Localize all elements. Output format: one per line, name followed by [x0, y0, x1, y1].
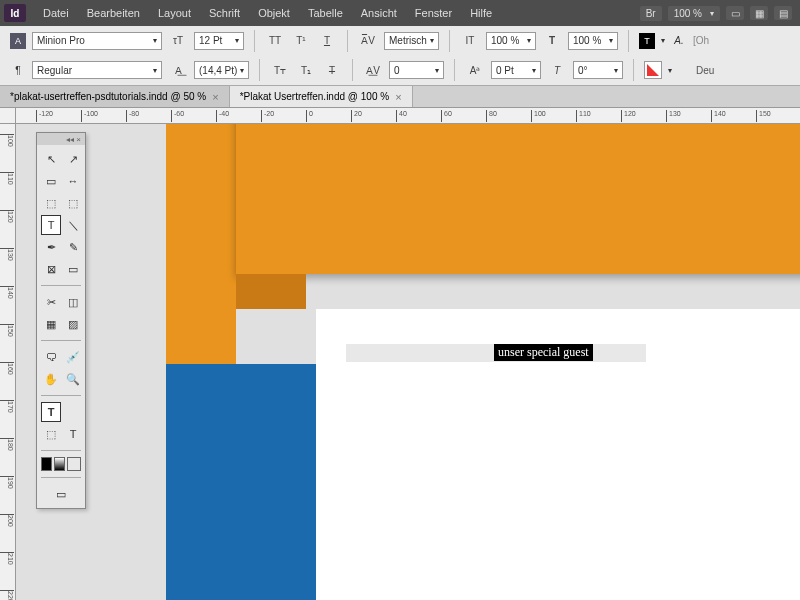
direct-selection-tool[interactable]: ↗: [63, 149, 83, 169]
tab-label: *Plakat Usertreffen.indd @ 100 %: [240, 91, 390, 102]
pasteboard: 201 unser special guest: [126, 124, 800, 600]
fill-stroke-toggle[interactable]: T: [41, 402, 61, 422]
para-format-icon[interactable]: ¶: [10, 62, 26, 78]
baseline-icon: Aᵃ: [465, 61, 485, 79]
tools-panel: ◂◂ × ↖ ↗ ▭ ↔ ⬚ ⬚ T ＼ ✒ ✎ ⊠ ▭ ✂ ◫ ▦ ▨ 🗨 💉…: [36, 132, 86, 509]
tab-label: *plakat-usertreffen-psdtutorials.indd @ …: [10, 91, 206, 102]
horizontal-ruler[interactable]: -120-100-80-60-40-2002040608010011012013…: [16, 108, 800, 124]
rectangle-frame-tool[interactable]: ⊠: [41, 259, 61, 279]
document-canvas[interactable]: 201 unser special guest: [16, 124, 800, 600]
view-mode-icon[interactable]: ▭: [726, 6, 744, 20]
free-transform-tool[interactable]: ◫: [63, 292, 83, 312]
menu-schrift[interactable]: Schrift: [200, 7, 249, 19]
zoom-dropdown[interactable]: 100 %: [668, 6, 720, 21]
note-tool[interactable]: 🗨: [41, 347, 61, 367]
format-container-icon[interactable]: ⬚: [41, 424, 61, 444]
kerning-icon: A̅V: [358, 32, 378, 50]
ruler-origin[interactable]: [0, 108, 16, 124]
hscale-icon: T: [542, 32, 562, 50]
panel-collapse-icon[interactable]: ◂◂ ×: [37, 133, 85, 145]
pen-tool[interactable]: ✒: [41, 237, 61, 257]
baseline-field[interactable]: 0 Pt: [491, 61, 541, 79]
bridge-button[interactable]: Br: [640, 6, 662, 21]
pencil-tool[interactable]: ✎: [63, 237, 83, 257]
skew-icon: T: [547, 61, 567, 79]
font-size-icon: τT: [168, 32, 188, 50]
blue-panel-shape[interactable]: [166, 364, 316, 600]
font-size-field[interactable]: 12 Pt: [194, 32, 244, 50]
arrange-icon[interactable]: ▤: [774, 6, 792, 20]
format-text-icon[interactable]: T: [63, 424, 83, 444]
close-icon[interactable]: ×: [395, 91, 401, 103]
vscale-icon: IT: [460, 32, 480, 50]
allcaps-icon[interactable]: TT: [265, 32, 285, 50]
rectangle-tool[interactable]: ▭: [63, 259, 83, 279]
chevron-down-icon[interactable]: ▾: [668, 66, 672, 75]
menu-bearbeiten[interactable]: Bearbeiten: [78, 7, 149, 19]
orange-banner-shape[interactable]: [236, 124, 800, 274]
hand-tool[interactable]: ✋: [41, 369, 61, 389]
eyedropper-tool[interactable]: 💉: [63, 347, 83, 367]
strike-icon[interactable]: T: [322, 61, 342, 79]
type-tool[interactable]: T: [41, 215, 61, 235]
menu-tabelle[interactable]: Tabelle: [299, 7, 352, 19]
overflow-label: [Oh: [693, 35, 713, 46]
tab-plakat-usertreffen[interactable]: *Plakat Usertreffen.indd @ 100 % ×: [230, 86, 413, 107]
tracking-field[interactable]: 0: [389, 61, 444, 79]
content-placer-tool[interactable]: ⬚: [63, 193, 83, 213]
page-tool[interactable]: ▭: [41, 171, 61, 191]
tracking-icon: A͟V: [363, 61, 383, 79]
gradient-feather-tool[interactable]: ▨: [63, 314, 83, 334]
menu-fenster[interactable]: Fenster: [406, 7, 461, 19]
menu-datei[interactable]: Datei: [34, 7, 78, 19]
line-tool[interactable]: ＼: [63, 215, 83, 235]
control-panel: A Minion Pro τT 12 Pt TT T¹ T A̅V Metris…: [0, 26, 800, 86]
leading-field[interactable]: (14,4 Pt): [194, 61, 249, 79]
gap-tool[interactable]: ↔: [63, 171, 83, 191]
tab-plakat-psdtutorials[interactable]: *plakat-usertreffen-psdtutorials.indd @ …: [0, 86, 230, 107]
lang-label[interactable]: Deu: [696, 65, 714, 76]
screen-mode-tool[interactable]: ▭: [41, 484, 81, 504]
font-family-dropdown[interactable]: Minion Pro: [32, 32, 162, 50]
underline-icon[interactable]: T: [317, 32, 337, 50]
selected-text[interactable]: unser special guest: [494, 344, 593, 361]
charstyle-icon[interactable]: A.: [671, 33, 687, 49]
menu-ansicht[interactable]: Ansicht: [352, 7, 406, 19]
apply-none[interactable]: [63, 402, 83, 422]
char-format-icon[interactable]: A: [10, 33, 26, 49]
vertical-ruler[interactable]: 100110120130140150160170180190200210220: [0, 124, 16, 600]
menu-objekt[interactable]: Objekt: [249, 7, 299, 19]
kerning-field[interactable]: Metrisch: [384, 32, 439, 50]
menu-bar: Id Datei Bearbeiten Layout Schrift Objek…: [0, 0, 800, 26]
stroke-swatch[interactable]: [644, 61, 662, 79]
fill-swatch-icon[interactable]: T: [639, 33, 655, 49]
close-icon[interactable]: ×: [212, 91, 218, 103]
orange-fold-shape: [236, 274, 306, 309]
skew-field[interactable]: 0°: [573, 61, 623, 79]
scissors-tool[interactable]: ✂: [41, 292, 61, 312]
font-style-dropdown[interactable]: Regular: [32, 61, 162, 79]
chevron-down-icon[interactable]: ▾: [661, 36, 665, 45]
apply-color-swatch[interactable]: [41, 457, 52, 471]
app-logo: Id: [4, 4, 26, 22]
document-tabs: *plakat-usertreffen-psdtutorials.indd @ …: [0, 86, 800, 108]
hscale-field[interactable]: 100 %: [568, 32, 618, 50]
selection-tool[interactable]: ↖: [41, 149, 61, 169]
subscript-icon[interactable]: T₁: [296, 61, 316, 79]
apply-none-swatch[interactable]: [67, 457, 81, 471]
menu-hilfe[interactable]: Hilfe: [461, 7, 501, 19]
screen-mode-icon[interactable]: ▦: [750, 6, 768, 20]
gradient-swatch-tool[interactable]: ▦: [41, 314, 61, 334]
zoom-tool[interactable]: 🔍: [63, 369, 83, 389]
leading-icon: A͟: [168, 61, 188, 79]
smallcaps-icon[interactable]: Tᴛ: [270, 61, 290, 79]
content-collector-tool[interactable]: ⬚: [41, 193, 61, 213]
vscale-field[interactable]: 100 %: [486, 32, 536, 50]
apply-gradient-swatch[interactable]: [54, 457, 65, 471]
superscript-icon[interactable]: T¹: [291, 32, 311, 50]
orange-sidebar-shape[interactable]: [166, 124, 236, 364]
menu-layout[interactable]: Layout: [149, 7, 200, 19]
